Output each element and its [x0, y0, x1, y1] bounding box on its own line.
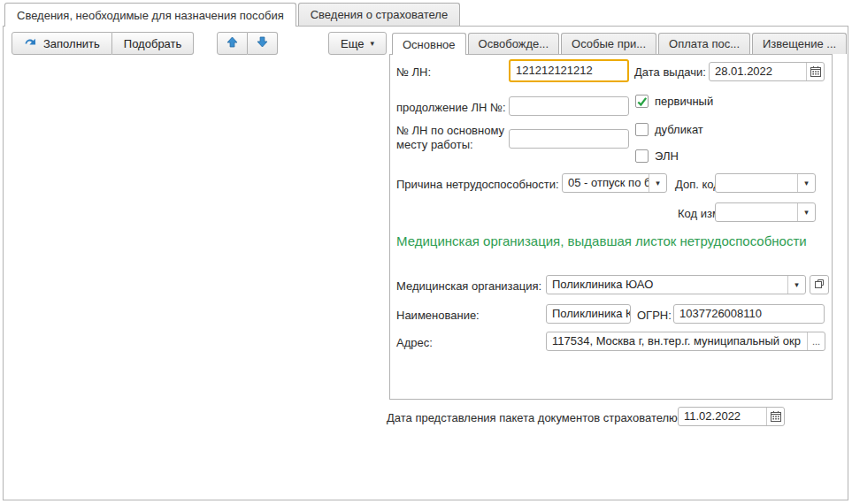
org-name-value[interactable]: Поликлиника К — [547, 305, 630, 323]
continuation-ln-label: продолжение ЛН №: — [396, 101, 506, 114]
fill-arrow-icon — [24, 37, 37, 50]
up-arrow-icon — [226, 36, 238, 50]
medical-organization-heading: Медицинская организация, выдавшая листок… — [396, 233, 821, 249]
change-code-value[interactable] — [716, 203, 797, 221]
fill-button[interactable]: Заполнить — [12, 32, 112, 55]
ln-number-label: № ЛН: — [396, 65, 431, 79]
open-medical-organization-button[interactable] — [810, 275, 829, 294]
pick-button-label: Подобрать — [124, 37, 181, 50]
issue-date-label: Дата выдачи: — [634, 65, 706, 79]
primary-checkbox[interactable]: первичный — [635, 95, 713, 108]
chevron-down-icon[interactable]: ▾ — [649, 174, 666, 192]
main-place-ln-value[interactable] — [510, 130, 628, 148]
more-button-label: Еще — [341, 37, 364, 50]
eln-checkbox[interactable]: ЭЛН — [635, 149, 679, 163]
additional-code-select[interactable]: ▾ — [715, 173, 816, 193]
calendar-icon[interactable] — [766, 408, 784, 425]
tab-exemption[interactable]: Освобожде... — [468, 33, 559, 54]
form-tab-strip: Основное Освобожде... Особые при... Опла… — [392, 33, 848, 55]
duplicate-checkbox-label: дубликат — [655, 123, 703, 136]
disability-reason-label: Причина нетрудоспособности: — [396, 178, 559, 191]
more-button-group: Еще ▾ — [328, 32, 387, 55]
additional-code-value[interactable] — [716, 174, 797, 192]
medical-organization-select[interactable]: Поликлиника ЮАО ▾ — [546, 275, 806, 294]
submission-date-value[interactable]: 11.02.2022 — [679, 408, 766, 425]
tab-insurer-info[interactable]: Сведения о страхователе — [298, 3, 460, 26]
disability-reason-select[interactable]: 05 - отпуск по б ▾ — [562, 173, 667, 193]
tab-main[interactable]: Основное — [392, 33, 466, 55]
chevron-down-icon: ▾ — [370, 39, 374, 48]
primary-checkbox-label: первичный — [655, 95, 713, 108]
chevron-down-icon[interactable]: ▾ — [797, 203, 815, 221]
ogrn-label: ОГРН: — [637, 309, 672, 322]
checkbox-empty-icon — [635, 123, 649, 136]
medical-organization-value[interactable]: Поликлиника ЮАО — [547, 276, 787, 294]
ln-number-value[interactable]: 121212121212 — [510, 61, 627, 80]
duplicate-checkbox[interactable]: дубликат — [635, 123, 703, 136]
calendar-icon[interactable] — [806, 63, 824, 80]
more-button[interactable]: Еще ▾ — [328, 32, 387, 55]
main-tab-strip: Сведения, необходимые для назначения пос… — [4, 3, 462, 27]
continuation-ln-field[interactable] — [509, 96, 629, 116]
tab-benefit-info[interactable]: Сведения, необходимые для назначения пос… — [4, 3, 296, 27]
address-label: Адрес: — [396, 336, 433, 349]
change-code-select[interactable]: ▾ — [715, 202, 816, 222]
ogrn-value[interactable]: 1037726008110 — [674, 305, 824, 323]
main-place-ln-field[interactable] — [509, 129, 629, 149]
open-link-icon — [814, 279, 825, 292]
fill-button-label: Заполнить — [43, 37, 100, 50]
main-place-ln-label: № ЛН по основному месту работы: — [396, 124, 507, 152]
benefit-assignment-window: Сведения, необходимые для назначения пос… — [0, 0, 852, 504]
submission-date-field[interactable]: 11.02.2022 — [678, 407, 785, 426]
move-up-button[interactable] — [217, 32, 248, 55]
ln-number-field[interactable]: 121212121212 — [509, 59, 629, 82]
issue-date-field[interactable]: 28.01.2022 — [709, 62, 825, 81]
tab-payment[interactable]: Оплата пос... — [658, 33, 750, 54]
address-field[interactable]: 117534, Москва г, вн.тер.г. муниципальны… — [546, 332, 825, 351]
tab-notice[interactable]: Извещение ... — [752, 33, 847, 54]
checkbox-checked-icon — [635, 95, 649, 108]
ellipsis-icon[interactable]: ... — [807, 332, 825, 350]
down-arrow-icon — [257, 36, 268, 50]
continuation-ln-value[interactable] — [510, 97, 628, 115]
checkbox-empty-icon — [635, 149, 649, 163]
tab-special[interactable]: Особые при... — [561, 33, 656, 54]
disability-reason-value[interactable]: 05 - отпуск по б — [563, 174, 649, 192]
org-name-field[interactable]: Поликлиника К — [546, 304, 631, 324]
pick-button[interactable]: Подобрать — [112, 32, 194, 55]
medical-organization-label: Медицинская организация: — [396, 279, 541, 293]
address-value[interactable]: 117534, Москва г, вн.тер.г. муниципальны… — [547, 332, 807, 350]
fill-pick-button-group: Заполнить Подобрать — [12, 32, 194, 55]
move-down-button[interactable] — [248, 32, 278, 55]
submission-date-label: Дата представления пакета документов стр… — [387, 411, 680, 424]
chevron-down-icon[interactable]: ▾ — [787, 276, 805, 294]
eln-checkbox-label: ЭЛН — [655, 149, 679, 163]
ogrn-field[interactable]: 1037726008110 — [673, 304, 825, 324]
org-name-label: Наименование: — [396, 309, 480, 322]
issue-date-value[interactable]: 28.01.2022 — [710, 63, 806, 80]
chevron-down-icon[interactable]: ▾ — [797, 174, 815, 192]
move-button-group — [217, 32, 278, 55]
